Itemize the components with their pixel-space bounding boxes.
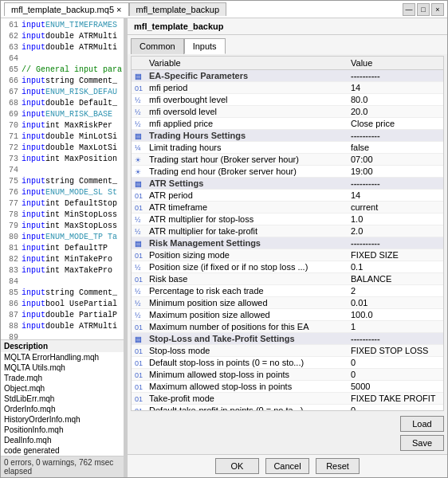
param-value[interactable]: false xyxy=(348,142,443,154)
row-icon: ½ xyxy=(132,285,146,297)
tab-inputs[interactable]: Inputs xyxy=(184,38,226,54)
row-icon: ☀ xyxy=(132,166,146,178)
description-item[interactable]: Object.mqh xyxy=(1,383,124,394)
description-item[interactable]: HistoryOrderInfo.mqh xyxy=(1,414,124,425)
param-variable: mfi oversold level xyxy=(146,106,348,118)
save-button[interactable]: Save xyxy=(400,435,444,451)
param-value[interactable]: 14 xyxy=(348,82,443,94)
tab-common[interactable]: Common xyxy=(131,38,184,54)
description-item[interactable]: code generated xyxy=(1,445,124,456)
table-row: ☀Trading start hour (Broker server hour)… xyxy=(132,154,443,166)
param-value[interactable]: 2 xyxy=(348,285,443,297)
code-token: bool UsePartial xyxy=(45,299,117,310)
close-button[interactable]: × xyxy=(431,3,444,16)
code-line: 72 input double MaxLotSi xyxy=(2,143,122,154)
table-row: 01Take-profit modeFIXED TAKE PROFIT xyxy=(132,393,443,405)
line-number: 61 xyxy=(2,20,18,31)
line-number: 87 xyxy=(2,310,18,321)
param-value[interactable]: BALANCE xyxy=(348,273,443,285)
main-split: 61 input ENUM_TIMEFRAMES62 input double … xyxy=(1,18,447,477)
param-value[interactable]: 0.01 xyxy=(348,297,443,309)
line-number: 89 xyxy=(2,332,18,339)
param-value[interactable]: FIXED STOP LOSS xyxy=(348,345,443,357)
param-value[interactable]: Close price xyxy=(348,118,443,130)
table-header-row: Variable Value xyxy=(132,57,443,70)
description-item[interactable]: MQLTA Utils.mqh xyxy=(1,362,124,373)
param-value[interactable]: 0 xyxy=(348,357,443,369)
description-item[interactable]: MQLTA ErrorHandling.mqh xyxy=(1,352,124,362)
param-value[interactable]: 1 xyxy=(348,321,443,333)
line-number: 70 xyxy=(2,120,18,131)
minimize-button[interactable]: — xyxy=(403,3,415,16)
cancel-button[interactable]: Cancel xyxy=(265,458,309,474)
row-icon: ½ xyxy=(132,214,146,225)
table-row: ½Percentage to risk each trade2 xyxy=(132,285,443,297)
param-icon: 01 xyxy=(135,407,143,411)
description-item[interactable]: PositionInfo.mqh xyxy=(1,425,124,435)
code-line: 81 input int DefaultTP xyxy=(2,243,122,254)
param-value[interactable]: 0.1 xyxy=(348,261,443,273)
code-token: int MaxRiskPer xyxy=(45,120,112,131)
description-item[interactable]: Trade.mqh xyxy=(1,373,124,383)
line-number: 83 xyxy=(2,265,18,276)
line-number: 84 xyxy=(2,276,18,288)
table-row: ½Minimum position size allowed0.01 xyxy=(132,297,443,309)
code-token: ENUM_RISK_BASE xyxy=(45,109,112,120)
row-icon: ☀ xyxy=(132,154,146,166)
param-value[interactable]: 80.0 xyxy=(348,94,443,106)
description-item[interactable]: DealInfo.mqh xyxy=(1,435,124,445)
param-value: ---------- xyxy=(348,130,443,142)
table-row: ½Position size (if fixed or if no stop l… xyxy=(132,261,443,273)
param-value[interactable]: 0 xyxy=(348,369,443,381)
param-icon: 01 xyxy=(135,252,143,260)
row-icon: ½ xyxy=(132,106,146,118)
line-number: 77 xyxy=(2,198,18,210)
code-line: 62 input double ATRMulti xyxy=(2,31,122,42)
code-token: input xyxy=(22,232,45,243)
code-token: input xyxy=(22,265,45,276)
line-number: 78 xyxy=(2,210,18,221)
param-value[interactable]: current xyxy=(348,202,443,214)
param-value[interactable]: FIXED TAKE PROFIT xyxy=(348,393,443,405)
load-save-area: Load Save xyxy=(128,413,447,454)
load-button[interactable]: Load xyxy=(400,416,444,432)
code-line: 74 xyxy=(2,165,122,176)
param-value[interactable]: 5000 xyxy=(348,381,443,393)
ok-button[interactable]: OK xyxy=(215,458,259,474)
param-value[interactable]: 20.0 xyxy=(348,106,443,118)
param-icon: 01 xyxy=(135,395,143,403)
code-token: ENUM_RISK_DEFAU xyxy=(45,87,117,98)
code-token: double MaxLotSi xyxy=(45,143,117,154)
description-item[interactable]: StdLibErr.mqh xyxy=(1,394,124,404)
param-value[interactable]: 14 xyxy=(348,190,443,202)
row-icon: ▤ xyxy=(132,237,146,249)
description-item[interactable]: OrderInfo.mqh xyxy=(1,404,124,414)
line-number: 88 xyxy=(2,321,18,332)
param-variable: Minimum position size allowed xyxy=(146,297,348,309)
code-line: 85 input string Comment_ xyxy=(2,288,122,299)
param-value[interactable]: 1.0 xyxy=(348,214,443,225)
line-number: 68 xyxy=(2,98,18,109)
line-number: 69 xyxy=(2,109,18,120)
code-token: input xyxy=(22,131,45,143)
param-value[interactable]: 0 xyxy=(348,405,443,412)
param-icon: ½ xyxy=(135,216,141,224)
param-value[interactable]: 19:00 xyxy=(348,166,443,178)
reset-button[interactable]: Reset xyxy=(316,458,360,474)
editor-tab[interactable]: mfl_template_backup.mq5 × xyxy=(4,2,129,16)
param-icon: ½ xyxy=(135,228,141,236)
code-editor[interactable]: 61 input ENUM_TIMEFRAMES62 input double … xyxy=(1,18,124,339)
dialog-buttons: OK Cancel Reset xyxy=(128,454,447,477)
maximize-button[interactable]: □ xyxy=(417,3,430,16)
row-icon: ¼ xyxy=(132,142,146,154)
param-value[interactable]: 100.0 xyxy=(348,309,443,321)
code-token: ENUM_MODE_TP Ta xyxy=(45,232,117,243)
table-row: ▤Risk Management Settings---------- xyxy=(132,237,443,249)
table-row: ▤Stop-Loss and Take-Profit Settings-----… xyxy=(132,333,443,345)
param-value[interactable]: 07:00 xyxy=(348,154,443,166)
code-token: input xyxy=(22,210,45,221)
params-tab[interactable]: mfl_template_backup xyxy=(129,2,227,16)
param-value[interactable]: 2.0 xyxy=(348,225,443,237)
param-value[interactable]: FIXED SIZE xyxy=(348,249,443,261)
line-number: 86 xyxy=(2,299,18,310)
